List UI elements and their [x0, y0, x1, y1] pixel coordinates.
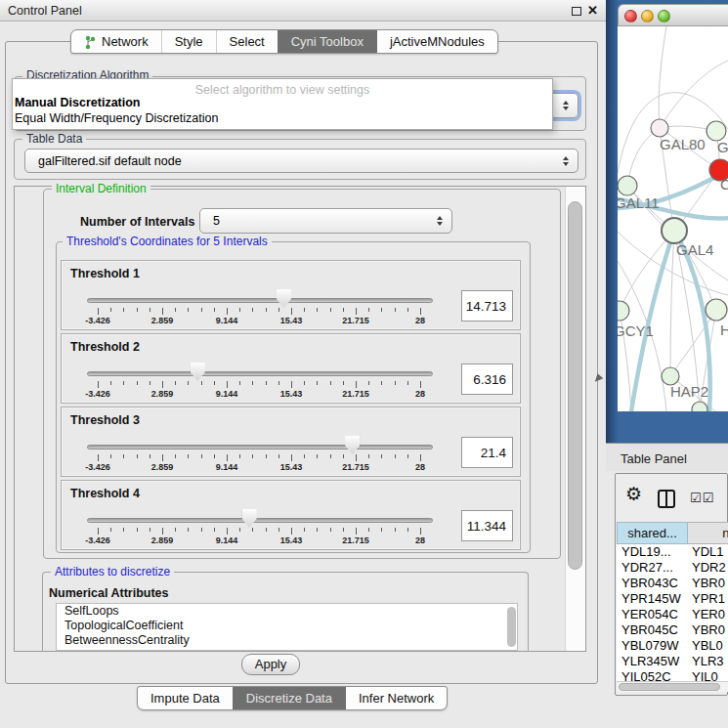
- ruler-tick: [175, 454, 176, 458]
- tab-select[interactable]: Select: [216, 30, 278, 53]
- tab-network[interactable]: Network: [71, 30, 161, 53]
- slider-track[interactable]: [87, 371, 433, 376]
- node-circle-gcy1[interactable]: [618, 301, 629, 321]
- ruler-tick: [368, 454, 369, 458]
- table-row[interactable]: YLR345WYLR3: [617, 654, 728, 669]
- network-canvas[interactable]: GAL80GCGAL11GAL4GCY1HHAP2: [618, 26, 728, 411]
- tick-label: -3.426: [85, 389, 110, 399]
- combo-stepper-icon: [563, 101, 569, 110]
- tab-label: Network: [102, 34, 149, 49]
- checkbox-columns-icon[interactable]: ☑☑: [690, 491, 714, 505]
- popup-item-equal-width-frequency-discretization[interactable]: Equal Width/Frequency Discretization: [13, 111, 552, 127]
- ruler-tick: [291, 454, 292, 461]
- panel-title: Control Panel: [8, 4, 82, 18]
- ruler-tick: [175, 308, 176, 312]
- ruler-tick: [201, 454, 202, 458]
- tick-label: 9.144: [216, 316, 238, 325]
- tick-label: 28: [415, 462, 425, 472]
- zoom-traffic-light-icon[interactable]: [658, 10, 670, 22]
- apply-button[interactable]: Apply: [241, 654, 300, 675]
- node-label: GAL4: [676, 241, 713, 258]
- table-row[interactable]: YIL052CYIL0: [617, 669, 728, 681]
- mouse-cursor: [595, 373, 604, 384]
- tab-discretize-data[interactable]: Discretize Data: [233, 687, 345, 709]
- ruler-tick: [98, 308, 99, 315]
- slider-thumb[interactable]: [191, 363, 205, 381]
- horizontal-scrollbar-thumb[interactable]: [619, 683, 720, 691]
- slider-track[interactable]: [87, 298, 433, 303]
- table-row[interactable]: YBR043CYBR0: [617, 576, 728, 591]
- table-data-combo[interactable]: galFiltered.sif default node: [24, 149, 578, 173]
- close-icon[interactable]: ✕: [587, 3, 598, 18]
- number-of-intervals-combo[interactable]: 5: [199, 208, 452, 234]
- table-row[interactable]: YDR27...YDR2: [617, 560, 728, 576]
- tab-infer-network[interactable]: Infer Network: [345, 687, 447, 709]
- ruler-tick: [420, 308, 421, 315]
- cell-name: YDR2: [688, 560, 726, 576]
- tab-impute-data[interactable]: Impute Data: [138, 687, 233, 709]
- tab-style[interactable]: Style: [161, 30, 216, 53]
- tick-label: 28: [415, 535, 425, 545]
- threshold-value-box[interactable]: 6.316: [461, 364, 513, 395]
- popup-item-manual-discretization[interactable]: Manual Discretization: [13, 96, 552, 111]
- list-item-selfloops[interactable]: SelfLoops: [57, 604, 517, 619]
- tick-label: 15.43: [280, 535, 303, 545]
- ruler-tick: [188, 308, 189, 312]
- column-header-shared-name[interactable]: shared...: [617, 522, 688, 544]
- node-circle-g[interactable]: [707, 121, 726, 141]
- ruler-tick: [343, 454, 344, 458]
- table-row[interactable]: YER054CYER0: [617, 607, 728, 622]
- list-item-betweennesscentrality[interactable]: BetweennessCentrality: [57, 633, 517, 648]
- gear-icon[interactable]: ⚙: [625, 485, 642, 503]
- slider-thumb[interactable]: [242, 509, 257, 528]
- threshold-value-box[interactable]: 11.344: [461, 510, 513, 541]
- threshold-label: Threshold 2: [70, 340, 140, 354]
- tick-label: -3.426: [85, 462, 110, 472]
- minimize-traffic-light-icon[interactable]: [641, 10, 654, 22]
- close-traffic-light-icon[interactable]: [624, 10, 637, 22]
- node-circle-gal4[interactable]: [662, 218, 687, 243]
- tab-jactivemnodules[interactable]: jActiveMNodules: [376, 30, 497, 53]
- vertical-scrollbar-thumb[interactable]: [568, 201, 582, 570]
- node-circle[interactable]: [692, 402, 707, 411]
- network-graph: GAL80GCGAL11GAL4GCY1HHAP2: [618, 26, 728, 411]
- tick-label: 15.43: [280, 316, 303, 325]
- column-header-name[interactable]: na: [688, 522, 728, 544]
- ruler-tick: [188, 454, 189, 458]
- table-row[interactable]: YDL19...YDL1: [617, 544, 728, 560]
- ruler-tick: [123, 308, 124, 312]
- node-label: H: [720, 321, 728, 338]
- tick-label: -3.426: [85, 316, 110, 325]
- float-window-icon[interactable]: [572, 7, 581, 16]
- ruler-tick: [330, 454, 331, 458]
- cell-shared-name: YBR045C: [617, 622, 688, 638]
- numerical-attributes-list[interactable]: SelfLoopsTopologicalCoefficientBetweenne…: [56, 603, 518, 651]
- ruler-tick: [252, 308, 253, 312]
- ruler-tick: [381, 454, 382, 458]
- ruler-tick: [162, 454, 163, 461]
- slider-thumb[interactable]: [345, 436, 360, 454]
- node-circle-h[interactable]: [706, 299, 727, 321]
- threshold-value-box[interactable]: 14.713: [461, 290, 513, 321]
- threshold-panel-4: Threshold 4-3.4262.8599.14415.4321.71528…: [61, 480, 521, 550]
- list-item-topologicalcoefficient[interactable]: TopologicalCoefficient: [57, 619, 517, 633]
- node-circle-gal80[interactable]: [651, 119, 668, 137]
- slider-track[interactable]: [87, 518, 433, 523]
- table-row[interactable]: YBR045CYBR0: [617, 622, 728, 638]
- threshold-value-box[interactable]: 21.4: [461, 437, 513, 468]
- split-columns-icon[interactable]: [658, 490, 675, 508]
- node-table[interactable]: YDL19...YDL1YDR27...YDR2YBR043CYBR0YPR14…: [617, 544, 728, 681]
- node-circle-gal11[interactable]: [618, 176, 637, 195]
- slider-thumb[interactable]: [277, 289, 291, 308]
- table-row[interactable]: YPR145WYPR1: [617, 591, 728, 607]
- list-scrollbar-thumb[interactable]: [507, 607, 516, 647]
- ruler-tick: [110, 528, 111, 532]
- table-row[interactable]: YBL079WYBL0: [617, 638, 728, 654]
- cell-shared-name: YPR145W: [617, 591, 688, 607]
- slider-track[interactable]: [87, 445, 433, 450]
- ruler-tick: [356, 528, 357, 535]
- ruler-tick: [150, 454, 150, 458]
- ruler-tick: [304, 528, 305, 532]
- tab-cyni-toolbox[interactable]: Cyni Toolbox: [278, 30, 376, 53]
- tick-label: 21.715: [342, 316, 369, 325]
